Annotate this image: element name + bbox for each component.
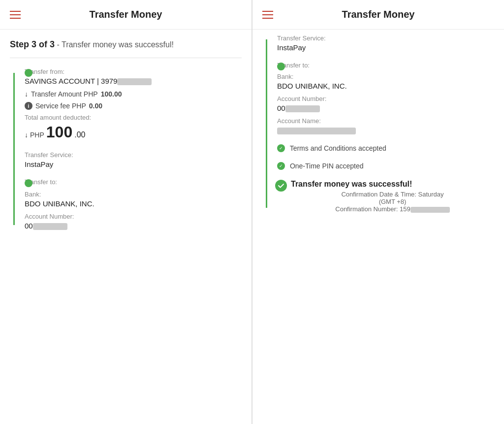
r-transfer-service-section: Transfer Service: InstaPay xyxy=(277,34,494,52)
service-fee-label: Service fee PHP xyxy=(35,102,86,110)
account-blur: xxxx xyxy=(117,78,152,85)
right-timeline-line xyxy=(266,39,267,208)
r-transfer-service-value: InstaPay xyxy=(277,43,494,52)
timeline: Transfer from: SAVINGS ACCOUNT | 3979xxx… xyxy=(10,68,242,230)
r-bank-label: Bank: xyxy=(277,73,494,80)
step-label: Step 3 of 3 xyxy=(10,39,55,49)
transfer-from-section: Transfer from: SAVINGS ACCOUNT | 3979xxx… xyxy=(25,68,242,141)
success-title: Transfer money was successful! xyxy=(291,180,494,189)
total-decimal: .00 xyxy=(74,130,85,139)
r-bank-value: BDO UNIBANK, INC. xyxy=(277,82,494,90)
left-hamburger-icon[interactable] xyxy=(10,11,21,19)
right-hamburger-icon[interactable] xyxy=(262,11,273,19)
left-content: Step 3 of 3 - Transfer money was success… xyxy=(0,30,252,424)
transfer-service-label: Transfer Service: xyxy=(25,151,242,159)
otp-section: ✓ ✓ One-Time PIN accepted xyxy=(277,162,494,170)
divider xyxy=(10,58,242,58)
bank-value: BDO UNIBANK, INC. xyxy=(25,199,242,208)
total-whole: 100 xyxy=(46,123,72,141)
timeline-dot-to xyxy=(25,179,32,187)
info-icon: i xyxy=(25,102,32,110)
success-check-icon xyxy=(278,182,284,189)
confirmation-number-blur: xxxx xyxy=(410,207,450,213)
total-label: Total amount deducted: xyxy=(25,114,242,121)
account-number-value: 00xxxx xyxy=(25,222,242,230)
transfer-service-section: Transfer Service: InstaPay xyxy=(25,151,242,168)
terms-row: ✓ Terms and Conditions accepted xyxy=(277,144,494,152)
step-header: Step 3 of 3 - Transfer money was success… xyxy=(10,39,242,50)
success-content: Transfer money was successful! Confirmat… xyxy=(291,180,494,213)
transfer-amount-value: 100.00 xyxy=(101,90,122,98)
service-fee-value: 0.00 xyxy=(89,102,102,110)
right-content: Transfer Service: InstaPay Transfer to: … xyxy=(252,30,504,424)
r-account-number-value: 00xxxx xyxy=(277,104,494,112)
right-timeline: Transfer Service: InstaPay Transfer to: … xyxy=(262,34,494,213)
success-confirmation-number: Confirmation Number: 159xxxx xyxy=(291,205,494,213)
right-panel: Transfer Money Transfer Service: InstaPa… xyxy=(252,0,504,424)
r-account-name-value: xxxx xyxy=(277,126,494,134)
transfer-amount-label: Transfer Amount PHP xyxy=(31,90,98,98)
transfer-service-value: InstaPay xyxy=(25,160,242,168)
total-value: ↓ PHP 100.00 xyxy=(25,123,242,141)
transfer-to-section: Transfer to: Bank: BDO UNIBANK, INC. Acc… xyxy=(25,178,242,230)
transfer-from-value: SAVINGS ACCOUNT | 3979xxxx xyxy=(25,77,242,85)
r-account-name-blur: xxxx xyxy=(277,128,356,134)
timeline-dot-from xyxy=(25,69,32,77)
total-amount-section: Total amount deducted: ↓ PHP 100.00 xyxy=(25,114,242,141)
success-confirmation-date: Confirmation Date & Time: Saturday xyxy=(291,191,494,198)
success-section: Transfer money was successful! Confirmat… xyxy=(277,180,494,213)
account-number-label: Account Number: xyxy=(25,213,242,220)
arrow-down-icon: ↓ xyxy=(25,90,28,98)
otp-dot: ✓ xyxy=(277,162,285,170)
bank-label: Bank: xyxy=(25,191,242,198)
r-transfer-service-label: Transfer Service: xyxy=(277,34,494,42)
left-header: Transfer Money xyxy=(0,0,252,30)
left-header-title: Transfer Money xyxy=(31,9,221,20)
service-fee-row: i Service fee PHP 0.00 xyxy=(25,102,242,110)
r-account-number-label: Account Number: xyxy=(277,95,494,102)
right-header: Transfer Money xyxy=(252,0,504,30)
left-panel: Transfer Money Step 3 of 3 - Transfer mo… xyxy=(0,0,252,424)
terms-section: ✓ ✓ Terms and Conditions accepted xyxy=(277,144,494,152)
account-number-blur: xxxx xyxy=(33,223,67,230)
right-header-title: Transfer Money xyxy=(283,9,473,20)
transfer-to-label: Transfer to: xyxy=(25,178,242,186)
timeline-line xyxy=(13,73,15,225)
r-transfer-to-section: Transfer to: Bank: BDO UNIBANK, INC. Acc… xyxy=(277,62,494,134)
transfer-from-label: Transfer from: xyxy=(25,68,242,75)
otp-check-icon: ✓ xyxy=(279,163,283,168)
r-account-number-blur: xxxx xyxy=(285,105,320,112)
total-currency: PHP xyxy=(30,131,44,139)
success-dot xyxy=(275,180,287,192)
total-arrow-icon: ↓ xyxy=(25,131,28,139)
r-account-name-label: Account Name: xyxy=(277,117,494,125)
success-confirmation-gmt: (GMT +8) xyxy=(291,198,494,205)
step-subtitle: - Transfer money was successful! xyxy=(55,40,174,49)
terms-dot: ✓ xyxy=(277,144,285,152)
r-transfer-to-label: Transfer to: xyxy=(277,62,494,69)
r-timeline-dot-to xyxy=(277,63,285,70)
transfer-amount-row: ↓ Transfer Amount PHP 100.00 xyxy=(25,90,242,98)
otp-row: ✓ One-Time PIN accepted xyxy=(277,162,494,170)
terms-check-icon: ✓ xyxy=(279,146,283,151)
